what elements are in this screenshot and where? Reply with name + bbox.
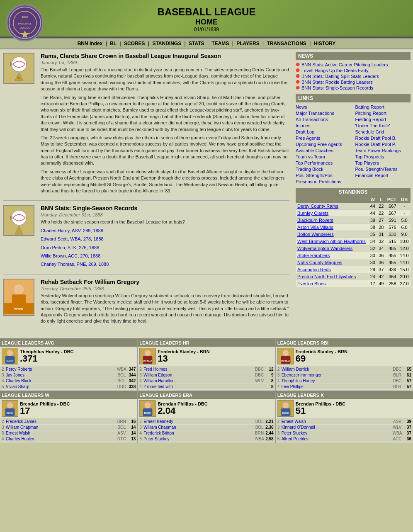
link-top-prospects[interactable]: Top Prospects (355, 154, 411, 160)
nav-bnn-index[interactable]: BNN Index (78, 41, 103, 46)
leaders-avg: LEAGUE LEADERS AVG DERBY Theophilus Hurl… (0, 339, 138, 391)
article3-date: Tuesday, December 25th, 1888 (41, 286, 289, 291)
nav-players[interactable]: PLAYERS (236, 41, 260, 46)
article1-title: Rams, Clarets Share Crown in Baseball Le… (41, 53, 289, 59)
news-item-5[interactable]: BNN Stats: Single-Season Records (296, 85, 411, 91)
link-under-knife[interactable]: 'Under The Knife' (355, 123, 411, 129)
col-w: W (369, 196, 377, 203)
link-pitching-report[interactable]: Pitching Report (355, 110, 411, 116)
leaders-avg-photo: DERBY (2, 348, 18, 364)
link-free-agents[interactable]: Free Agents (296, 135, 351, 141)
standings-team-link[interactable]: Aston Villa Villans (297, 225, 333, 230)
article1-body3: The 22-week campaign, which saw clubs pl… (41, 135, 289, 167)
link-news[interactable]: News (296, 104, 351, 110)
standings-team-link[interactable]: Everton Blues (297, 281, 326, 286)
leaders-era-photo: DERBY (139, 400, 156, 417)
news-item-1[interactable]: BNN Stats: Active Career Pitching Leader… (296, 62, 411, 68)
header-date: 01/01/1889 (0, 27, 413, 32)
player-name: Peter Stuckey (282, 431, 391, 435)
stat-value: 8 (265, 384, 274, 389)
table-row: Burnley Clarets4422.667- (296, 210, 411, 217)
nav-transactions[interactable]: TRANSACTIONS (267, 41, 306, 46)
leaders-w-stat: 17 (20, 406, 70, 415)
nav-teams[interactable]: TEAMS (211, 41, 229, 46)
standings-team-link[interactable]: Derby County Rams (297, 204, 338, 209)
link-pos-strength-teams[interactable]: Pos. Strength/Teams (355, 166, 411, 172)
logo-area: 1888 BASEBALL LEAGUE (6, 4, 44, 41)
link-team-vs-team[interactable]: Team vs Team (296, 154, 351, 160)
header-center: BASEBALL LEAGUE HOME 01/01/1889 (0, 6, 413, 32)
stat-perkin[interactable]: Oran Perkin, STK, 276, 1888 (41, 245, 99, 250)
leaders-w-top: DERBY Brendan Phillips - DBC 17 (0, 399, 137, 418)
article-stats-records: BNN Stats: Single-Season Records Monday,… (3, 205, 289, 274)
link-top-performances[interactable]: Top Performances (296, 160, 351, 166)
leaders-era-top: DERBY Brendan Phillips - DBC 2.04 (138, 399, 275, 418)
list-item: 4William HamiltonWLV8 (139, 378, 273, 384)
links-grid: News Batting Report Major Transactions P… (296, 104, 411, 185)
standings-team-link[interactable]: Notts County Magpies (297, 260, 342, 265)
link-major-transactions[interactable]: Major Transactions (296, 110, 351, 116)
nav-scores[interactable]: SCORES (124, 41, 145, 46)
standings-team-link[interactable]: Accrington Reds (297, 267, 331, 272)
svg-text:DERBY: DERBY (282, 412, 289, 414)
player-name: 2 more tied with (143, 384, 253, 389)
team-abbr: DBC (254, 367, 265, 372)
nav-standings[interactable]: STANDINGS (152, 41, 181, 46)
team-abbr: BRN (116, 419, 127, 424)
standings-team-link[interactable]: Preston North End Lilywhites (297, 274, 356, 279)
link-batting-report[interactable]: Batting Report (355, 104, 411, 110)
team-abbr: DBC (116, 384, 127, 389)
leaders-era-info: Brendan Phillips - DBC 2.04 (158, 401, 207, 415)
standings-team-link[interactable]: Burnley Clarets (297, 211, 328, 216)
link-rookie-draft-b[interactable]: Rookie Draft Pool B. (355, 135, 411, 141)
svg-text:DERBY: DERBY (7, 412, 14, 414)
standings-team-link[interactable]: Wolverhampton Wanderers (297, 246, 352, 251)
col-pct: PCT (386, 196, 398, 203)
site-title: BASEBALL LEAGUE (0, 6, 413, 18)
link-fielding-report[interactable]: Fielding Report (355, 117, 411, 122)
standings-team-link[interactable]: West Bromwich Albion Hawthorns (297, 239, 366, 244)
link-schedule-grid[interactable]: Schedule Grid (355, 129, 411, 135)
list-item: 3William EdgsonDBC9 (139, 372, 273, 378)
right-column: NEWS BNN Stats: Active Career Pitching L… (293, 49, 413, 338)
news-item-3[interactable]: BNN Stats: Batting Split Stats Leaders (296, 73, 411, 79)
stat-brown[interactable]: Willie Brown, ACC, 270, 1888 (41, 253, 100, 258)
stat-thomas[interactable]: Charley Thomas, PNE, 269, 1888 (41, 262, 109, 267)
rank: 5 (277, 437, 282, 441)
link-rookie-draft-p[interactable]: Rookie Draft Pool P. (355, 141, 411, 147)
nav-history[interactable]: HISTORY (314, 41, 336, 46)
standings-team-link[interactable]: Blackburn Rovers (297, 218, 333, 223)
team-abbr: BRN (254, 431, 265, 435)
link-top-players[interactable]: Top Players (355, 160, 411, 166)
article1-content: Rams, Clarets Share Crown in Baseball Le… (41, 53, 289, 196)
link-all-transactions[interactable]: All Transactions (296, 117, 351, 122)
news-item-2[interactable]: Lovell Hangs Up the Cleats Early (296, 68, 411, 73)
svg-rect-20 (12, 294, 26, 306)
stat-value: 338 (127, 384, 136, 389)
link-draft-log[interactable]: Draft Log (296, 129, 351, 135)
link-trading-block[interactable]: Trading Block (296, 166, 351, 172)
link-injuries[interactable]: Injuries (296, 123, 351, 129)
nav-stats[interactable]: STATS (189, 41, 204, 46)
link-financial-report[interactable]: Financial Report (355, 172, 411, 178)
team-abbr (254, 384, 265, 389)
link-pos-strength-pos[interactable]: Pos. Strength/Pos. (296, 172, 351, 178)
stat-scott[interactable]: Edward Scott, WBA, 278, 1888 (41, 236, 104, 241)
list-item: 3Jay JonesBOL344 (2, 372, 136, 378)
team-abbr: NTC (116, 437, 127, 441)
link-preseason-predictions[interactable]: Preseason Predictions (296, 179, 351, 185)
league-leaders-row1: LEAGUE LEADERS AVG DERBY Theophilus Hurl… (0, 338, 413, 391)
nav-bl[interactable]: BL (110, 41, 117, 46)
standings-team-link[interactable]: Stoke Ramblers (297, 253, 330, 258)
standings-team-link[interactable]: Bolton Wanderers (297, 232, 334, 237)
links-section-title: LINKS (296, 94, 411, 102)
rank: 5 (139, 437, 143, 441)
stat-hardy[interactable]: Charles Hardy, ASV, 289, 1888 (41, 228, 103, 233)
svg-point-19 (13, 284, 24, 295)
news-item-4[interactable]: BNN Stats: Rookie Batting Leaders (296, 79, 411, 85)
article2-title: BNN Stats: Single-Season Records (41, 205, 185, 211)
link-team-power-rankings[interactable]: Team Power Rankings (355, 148, 411, 153)
link-available-coaches[interactable]: Available Coaches (296, 148, 351, 153)
link-upcoming-free-agents[interactable]: Upcoming Free Agents (296, 141, 351, 147)
player-name: Charley Black (6, 379, 116, 383)
